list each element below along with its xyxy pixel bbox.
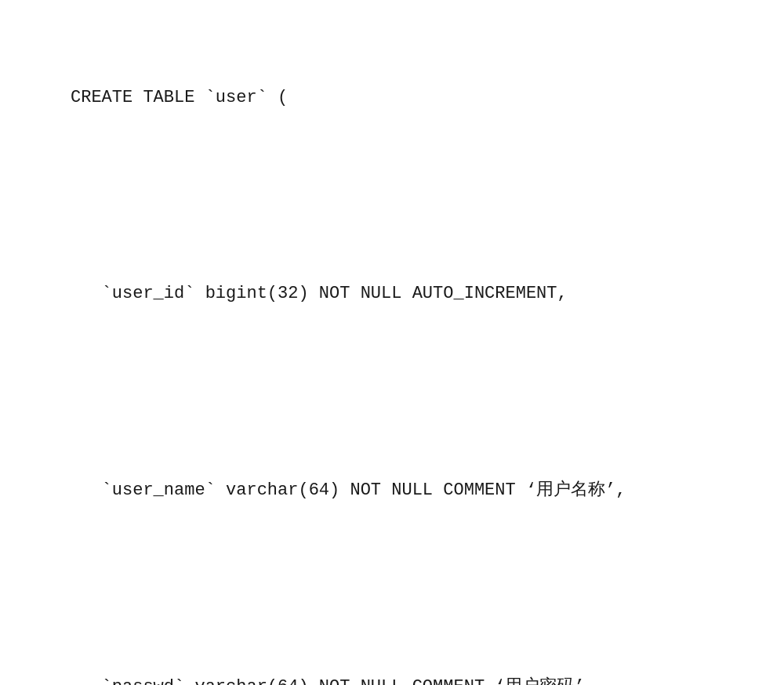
line-blank-2	[24, 376, 760, 409]
line-passwd: `passwd` varchar(64) NOT NULL COMMENT ‘用…	[24, 671, 760, 685]
line-blank-3	[24, 573, 760, 606]
sql-code-block: CREATE TABLE `user` ( `user_id` bigint(3…	[24, 16, 760, 685]
line-user-name: `user_name` varchar(64) NOT NULL COMMENT…	[24, 474, 760, 507]
line-user-id: `user_id` bigint(32) NOT NULL AUTO_INCRE…	[24, 277, 760, 310]
line-1: CREATE TABLE `user` (	[24, 82, 760, 114]
line-blank-1	[24, 179, 760, 212]
